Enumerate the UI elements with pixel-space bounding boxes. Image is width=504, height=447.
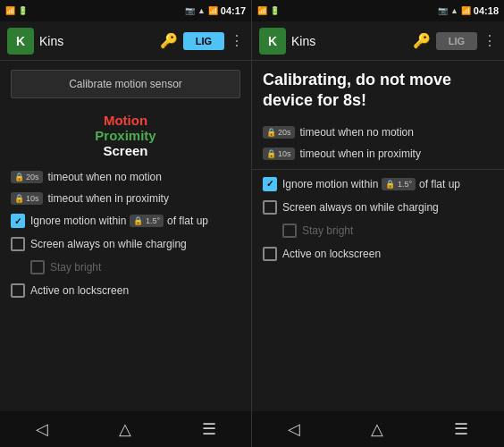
status-time-left: 04:17 bbox=[221, 5, 246, 16]
lock-icon-r1: 🔒 bbox=[266, 128, 276, 137]
sim-icon-right: 📶 bbox=[257, 6, 267, 15]
battery-icon-right: 🔋 bbox=[270, 6, 280, 15]
key-icon-right[interactable]: 🔑 bbox=[413, 32, 431, 49]
timeout-proximity-badge-right: 🔒 10s bbox=[263, 148, 295, 160]
screen-charging-checkbox[interactable] bbox=[11, 237, 25, 251]
home-button-right[interactable]: △ bbox=[357, 416, 398, 443]
stay-bright-checkbox[interactable] bbox=[30, 260, 45, 274]
status-left-icons: 📶 🔋 bbox=[5, 6, 28, 15]
timeout-proximity-row: 🔒 10s timeout when in proximity bbox=[11, 192, 240, 205]
active-lockscreen-checkbox[interactable] bbox=[11, 283, 25, 298]
ignore-motion-label: Ignore motion within 🔒 1.5° of flat up bbox=[30, 215, 208, 227]
signal-icon: 📶 bbox=[208, 6, 218, 15]
signal-icon-right: 📶 bbox=[461, 6, 471, 15]
lig-button-left[interactable]: LIG bbox=[183, 32, 224, 50]
status-bar-right: 📶 🔋 📷 ▲ 📶 04:18 bbox=[252, 0, 504, 21]
camera-icon: 📷 bbox=[185, 6, 195, 15]
calibrate-button[interactable]: Calibrate motion sensor bbox=[11, 70, 240, 98]
lig-button-right[interactable]: LIG bbox=[436, 32, 477, 50]
motion-label: Motion bbox=[11, 113, 240, 128]
right-content: Calibrating, do not move device for 8s! … bbox=[252, 61, 504, 411]
stay-bright-row-right: Stay bright bbox=[263, 224, 493, 238]
status-time-right: 04:18 bbox=[474, 5, 499, 16]
lock-icon-1: 🔒 bbox=[14, 173, 24, 181]
app-bar-right: K Kins 🔑 LIG ⋮ bbox=[252, 21, 504, 61]
screen-charging-row: Screen always on while charging bbox=[11, 237, 240, 251]
app-logo-left: K bbox=[7, 28, 34, 55]
menu-button-right[interactable]: ☰ bbox=[440, 416, 483, 443]
app-logo-right: K bbox=[259, 28, 286, 55]
active-lockscreen-row: Active on lockscreen bbox=[11, 283, 240, 298]
lock-icon-2: 🔒 bbox=[14, 194, 24, 203]
status-left-icons-right: 📶 🔋 bbox=[257, 6, 280, 15]
screen-charging-row-right: Screen always on while charging bbox=[263, 200, 493, 215]
active-lockscreen-label: Active on lockscreen bbox=[30, 284, 129, 297]
status-right-right: 📷 ▲ 📶 04:18 bbox=[438, 5, 499, 16]
timeout-no-motion-row-right: 🔒 20s timeout when no motion bbox=[263, 126, 493, 139]
screen-charging-checkbox-right[interactable] bbox=[263, 200, 277, 215]
left-content: Calibrate motion sensor Motion Proximity… bbox=[0, 61, 251, 411]
back-button-left[interactable]: ◁ bbox=[21, 416, 63, 443]
timeout-motion-label-right: timeout when no motion bbox=[300, 126, 414, 139]
screen-charging-label-right: Screen always on while charging bbox=[282, 201, 439, 214]
timeout-proximity-value: 10s bbox=[26, 194, 39, 203]
active-lockscreen-checkbox-right[interactable] bbox=[263, 247, 277, 261]
app-title-left: Kins bbox=[39, 34, 155, 48]
ignore-motion-label-right: Ignore motion within 🔒 1.5° of flat up bbox=[282, 178, 460, 190]
nav-bar-right: ◁ △ ☰ bbox=[252, 411, 504, 447]
app-bar-left: K Kins 🔑 LIG ⋮ bbox=[0, 21, 251, 61]
flat-badge-right: 🔒 1.5° bbox=[382, 178, 416, 190]
flat-badge-left: 🔒 1.5° bbox=[130, 215, 164, 227]
ignore-motion-checkbox[interactable] bbox=[11, 214, 25, 228]
timeout-proximity-label-right: timeout when in proximity bbox=[300, 148, 421, 160]
ignore-motion-row: Ignore motion within 🔒 1.5° of flat up bbox=[11, 214, 240, 228]
timeout-motion-badge: 🔒 20s bbox=[11, 171, 43, 183]
timeout-proximity-label: timeout when in proximity bbox=[48, 192, 169, 205]
stay-bright-checkbox-right[interactable] bbox=[282, 224, 297, 238]
timeout-no-motion-row: 🔒 20s timeout when no motion bbox=[11, 171, 240, 183]
stay-bright-label: Stay bright bbox=[50, 261, 101, 274]
app-title-right: Kins bbox=[291, 34, 407, 48]
timeout-motion-badge-right: 🔒 20s bbox=[263, 126, 295, 139]
wifi-icon: ▲ bbox=[197, 6, 206, 15]
stay-bright-row: Stay bright bbox=[11, 260, 240, 274]
wifi-icon-right: ▲ bbox=[450, 6, 458, 15]
key-icon-left[interactable]: 🔑 bbox=[160, 32, 178, 49]
timeout-proximity-row-right: 🔒 10s timeout when in proximity bbox=[263, 148, 493, 160]
status-bar-left: 📶 🔋 📷 ▲ 📶 04:17 bbox=[0, 0, 251, 21]
home-button-left[interactable]: △ bbox=[105, 416, 146, 443]
camera-icon-right: 📷 bbox=[438, 6, 448, 15]
battery-icon: 🔋 bbox=[18, 6, 28, 15]
timeout-motion-value: 20s bbox=[26, 173, 39, 181]
timeout-motion-label: timeout when no motion bbox=[48, 171, 162, 183]
timeout-motion-value-right: 20s bbox=[278, 128, 291, 137]
nav-bar-left: ◁ △ ☰ bbox=[0, 411, 251, 447]
back-button-right[interactable]: ◁ bbox=[273, 416, 315, 443]
timeout-proximity-value-right: 10s bbox=[278, 149, 291, 158]
lock-icon-r2: 🔒 bbox=[266, 149, 276, 158]
ignore-motion-checkbox-right[interactable] bbox=[263, 177, 277, 191]
calibrating-message: Calibrating, do not move device for 8s! bbox=[263, 70, 493, 112]
screen-label: Screen bbox=[11, 143, 240, 158]
ignore-motion-row-right: Ignore motion within 🔒 1.5° of flat up bbox=[263, 177, 493, 191]
sensor-labels: Motion Proximity Screen bbox=[11, 113, 240, 158]
left-screen: 📶 🔋 📷 ▲ 📶 04:17 K Kins 🔑 LIG ⋮ Calibrate… bbox=[0, 0, 252, 447]
proximity-label: Proximity bbox=[11, 128, 240, 143]
status-right: 📷 ▲ 📶 04:17 bbox=[185, 5, 246, 16]
more-icon-right[interactable]: ⋮ bbox=[483, 32, 497, 49]
timeout-proximity-badge: 🔒 10s bbox=[11, 192, 43, 205]
sim-icon: 📶 bbox=[5, 6, 15, 15]
screen-charging-label: Screen always on while charging bbox=[30, 238, 187, 250]
right-screen: 📶 🔋 📷 ▲ 📶 04:18 K Kins 🔑 LIG ⋮ Calibrati… bbox=[252, 0, 504, 447]
more-icon-left[interactable]: ⋮ bbox=[230, 32, 244, 49]
stay-bright-label-right: Stay bright bbox=[302, 224, 353, 237]
active-lockscreen-label-right: Active on lockscreen bbox=[282, 248, 381, 260]
menu-button-left[interactable]: ☰ bbox=[188, 416, 231, 443]
active-lockscreen-row-right: Active on lockscreen bbox=[263, 247, 493, 261]
